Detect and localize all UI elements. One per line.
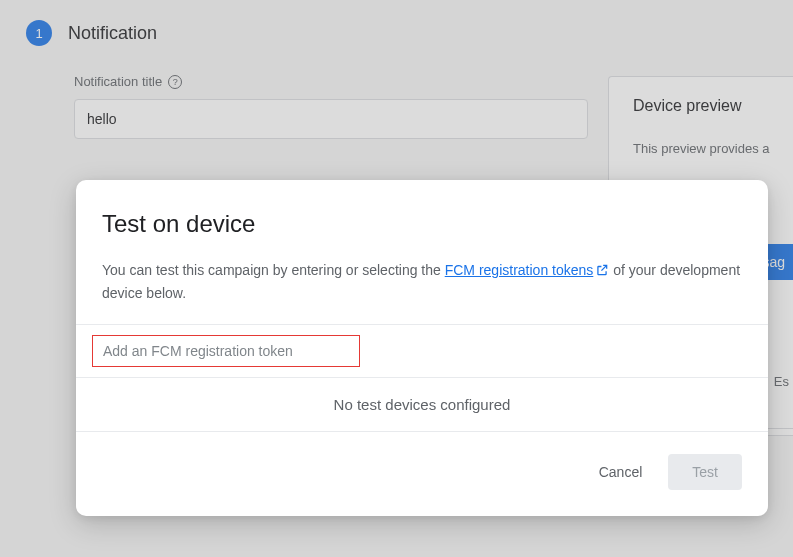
fcm-token-input[interactable]	[103, 343, 349, 359]
token-input-highlight	[92, 335, 360, 367]
test-button[interactable]: Test	[668, 454, 742, 490]
external-link-icon	[595, 262, 609, 283]
fcm-tokens-link[interactable]: FCM registration tokens	[445, 262, 610, 278]
token-input-row	[76, 324, 768, 378]
cancel-button[interactable]: Cancel	[587, 456, 655, 488]
test-on-device-modal: Test on device You can test this campaig…	[76, 180, 768, 516]
modal-actions: Cancel Test	[76, 432, 768, 516]
modal-desc-pre: You can test this campaign by entering o…	[102, 262, 445, 278]
modal-description: You can test this campaign by entering o…	[102, 260, 742, 304]
modal-title: Test on device	[102, 210, 742, 238]
empty-state-text: No test devices configured	[76, 378, 768, 432]
